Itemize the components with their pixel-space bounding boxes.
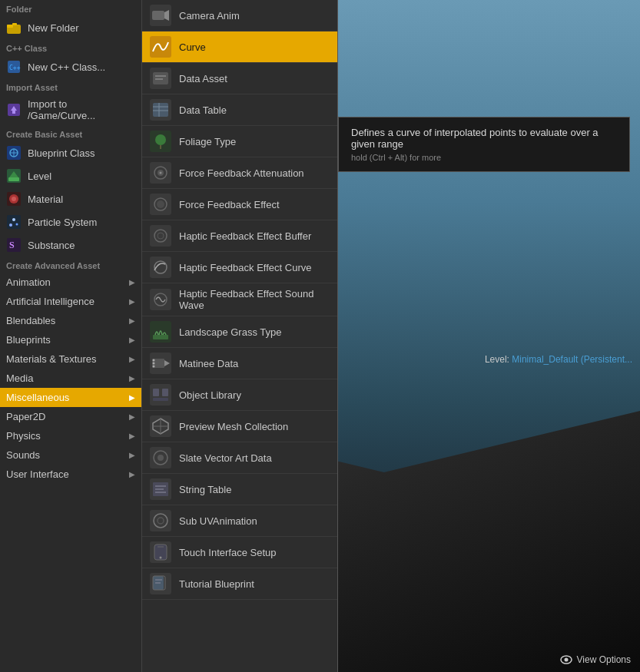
submenu-item-ff-attenuation[interactable]: Force Feedback Attenuation — [142, 157, 337, 189]
svg-rect-24 — [152, 11, 164, 20]
sidebar-item-materials-textures[interactable]: Materials & Textures ▶ — [0, 349, 141, 369]
curve-label: Curve — [179, 41, 206, 53]
svg-rect-1 — [7, 25, 13, 28]
sidebar-item-substance[interactable]: S Substance — [0, 233, 141, 257]
level-name: Minimal_Default (Persistent... — [512, 354, 632, 365]
sidebar-item-blueprints[interactable]: Blueprints ▶ — [0, 330, 141, 349]
sidebar-item-new-folder[interactable]: New Folder — [0, 16, 141, 39]
sidebar-item-blendables[interactable]: Blendables ▶ — [0, 311, 141, 330]
svg-rect-49 — [150, 257, 171, 278]
submenu-item-foliage-type[interactable]: Foliage Type — [142, 126, 337, 157]
svg-point-58 — [153, 359, 155, 362]
submenu-item-slate-vector[interactable]: Slate Vector Art Data — [142, 442, 337, 474]
submenu-item-haptic-buffer[interactable]: Haptic Feedback Effect Buffer — [142, 220, 337, 252]
submenu-item-matinee-data[interactable]: Matinee Data — [142, 348, 337, 379]
blendables-arrow: ▶ — [129, 316, 135, 325]
slate-vector-icon — [150, 447, 171, 468]
sidebar-item-material[interactable]: Material — [0, 187, 141, 210]
submenu-item-touch-interface[interactable]: Touch Interface Setup — [142, 537, 337, 568]
media-arrow: ▶ — [129, 374, 135, 382]
svg-point-59 — [153, 362, 155, 365]
svg-rect-54 — [153, 335, 168, 339]
haptic-buffer-icon — [150, 225, 171, 247]
object-library-icon — [150, 384, 171, 406]
submenu-item-sub-uv[interactable]: Sub UVAnimation — [142, 505, 337, 537]
sidebar-item-media[interactable]: Media ▶ — [0, 369, 141, 388]
submenu-item-curve[interactable]: Curve — [142, 31, 337, 63]
submenu-item-haptic-curve[interactable]: Haptic Feedback Effect Curve — [142, 252, 337, 283]
level-icon — [6, 168, 22, 184]
matinee-data-icon — [150, 353, 171, 374]
svg-rect-77 — [150, 510, 171, 531]
sidebar-item-particle[interactable]: Particle System — [0, 210, 141, 233]
preview-mesh-icon — [150, 415, 171, 437]
submenu-item-preview-mesh[interactable]: Preview Mesh Collection — [142, 411, 337, 442]
sidebar-item-ai[interactable]: Artificial Intelligence ▶ — [0, 292, 141, 311]
sidebar-item-import[interactable]: Import to /Game/Curve... — [0, 94, 141, 125]
string-table-icon — [150, 478, 171, 500]
ff-effect-icon — [150, 194, 171, 215]
svg-point-71 — [158, 455, 164, 461]
materials-textures-label: Materials & Textures — [6, 353, 97, 365]
new-folder-label: New Folder — [28, 22, 78, 34]
sidebar-item-blueprint[interactable]: Blueprint Class — [0, 141, 141, 164]
haptic-sound-label: Haptic Feedback Effect Sound Wave — [179, 288, 330, 311]
svg-rect-28 — [153, 72, 168, 84]
submenu-item-data-asset[interactable]: Data Asset — [142, 63, 337, 94]
sidebar-item-new-cpp[interactable]: C++ New C++ Class... — [0, 55, 141, 78]
miscellaneous-arrow: ▶ — [129, 393, 135, 402]
sub-uv-label: Sub UVAnimation — [179, 515, 257, 527]
sounds-arrow: ▶ — [129, 451, 135, 459]
data-table-label: Data Table — [179, 104, 227, 116]
data-table-icon — [150, 99, 171, 121]
materials-textures-arrow: ▶ — [129, 355, 135, 363]
level-info: Level: Minimal_Default (Persistent... — [485, 354, 632, 365]
sidebar: Folder New Folder C++ Class C++ New C++ … — [0, 0, 142, 672]
eye-icon — [560, 654, 572, 666]
blueprints-label: Blueprints — [6, 334, 51, 346]
new-cpp-label: New C++ Class... — [28, 61, 105, 73]
submenu-item-data-table[interactable]: Data Table — [142, 94, 337, 126]
submenu-item-landscape-grass[interactable]: Landscape Grass Type — [142, 316, 337, 348]
import-label: Import to /Game/Curve... — [28, 98, 135, 121]
import-icon — [6, 102, 22, 118]
ff-attenuation-icon — [150, 162, 171, 184]
matinee-data-label: Matinee Data — [179, 358, 238, 369]
svg-point-18 — [9, 223, 12, 227]
svg-rect-2 — [12, 23, 17, 25]
sidebar-item-sounds[interactable]: Sounds ▶ — [0, 445, 141, 465]
sidebar-item-miscellaneous[interactable]: Miscellaneous ▶ — [0, 388, 141, 407]
data-asset-icon — [150, 68, 171, 89]
cpp-icon: C++ — [6, 59, 22, 74]
physics-arrow: ▶ — [129, 432, 135, 440]
sidebar-item-user-interface[interactable]: User Interface ▶ — [0, 465, 141, 484]
view-options[interactable]: View Options — [560, 654, 631, 666]
submenu-item-tutorial-blueprint[interactable]: Tutorial Blueprint — [142, 568, 337, 600]
physics-label: Physics — [6, 430, 41, 442]
curve-icon — [150, 36, 171, 58]
string-table-label: String Table — [179, 484, 231, 495]
animation-label: Animation — [6, 276, 51, 288]
tooltip-hint-text: hold (Ctrl + Alt) for more — [351, 153, 617, 162]
submenu-item-camera-anim[interactable]: Camera Anim — [142, 0, 337, 31]
submenu-item-ff-effect[interactable]: Force Feedback Effect — [142, 189, 337, 220]
landscape-grass-label: Landscape Grass Type — [179, 326, 281, 338]
sidebar-item-physics[interactable]: Physics ▶ — [0, 426, 141, 445]
svg-point-90 — [564, 658, 568, 662]
ff-effect-label: Force Feedback Effect — [179, 199, 280, 210]
haptic-curve-label: Haptic Feedback Effect Curve — [179, 262, 311, 273]
sidebar-item-level[interactable]: Level — [0, 164, 141, 187]
svg-rect-46 — [150, 225, 171, 247]
blueprint-icon — [6, 145, 22, 161]
submenu-item-haptic-sound[interactable]: Haptic Feedback Effect Sound Wave — [142, 283, 337, 316]
sidebar-item-animation[interactable]: Animation ▶ — [0, 273, 141, 292]
submenu-item-object-library[interactable]: Object Library — [142, 379, 337, 411]
user-interface-arrow: ▶ — [129, 470, 135, 478]
submenu-item-string-table[interactable]: String Table — [142, 474, 337, 505]
tooltip: Defines a curve of interpolated points t… — [338, 117, 630, 172]
svg-point-16 — [12, 197, 16, 201]
sidebar-item-paper2d[interactable]: Paper2D ▶ — [0, 407, 141, 426]
substance-icon: S — [6, 237, 22, 253]
touch-interface-icon — [150, 541, 171, 563]
section-folder: Folder — [0, 0, 141, 16]
